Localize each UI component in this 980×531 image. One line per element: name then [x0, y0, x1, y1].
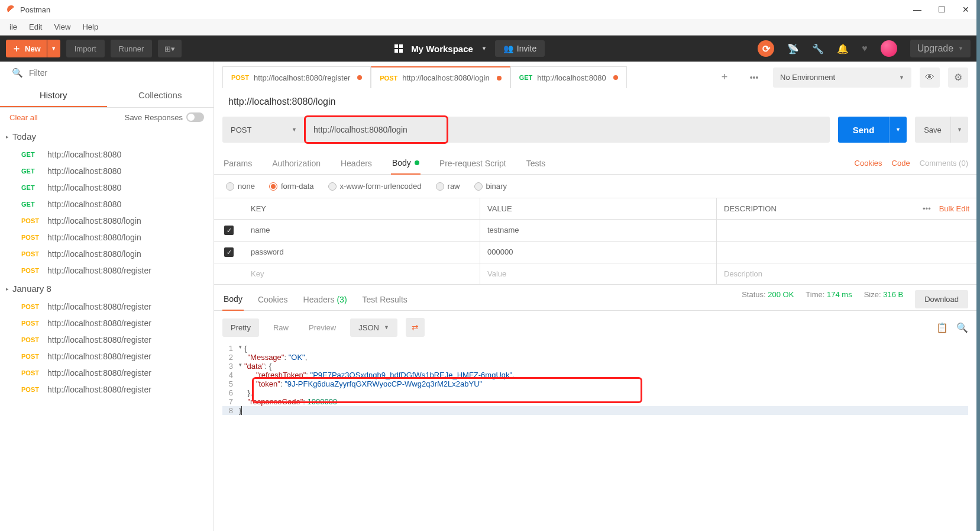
code-link[interactable]: Code	[892, 159, 910, 168]
row-checkbox[interactable]: ✓	[224, 247, 234, 257]
response-body[interactable]: 1▾{ 2 "Message": "OK", 3▾"data": { 4 "re…	[214, 344, 976, 423]
history-item[interactable]: POSThttp://localhost:8080/register	[0, 365, 214, 381]
copy-icon[interactable]: 📋	[936, 322, 948, 333]
col-description: DESCRIPTION	[724, 204, 777, 213]
resp-refreshtoken: "P9E7Paz3OSxdnqh9_hdfDGfWs1bREJe_HMFZ-6m…	[311, 371, 513, 379]
subtab-headers[interactable]: Headers	[339, 153, 373, 174]
request-tab[interactable]: POSThttp://localhost:8080/login	[371, 66, 510, 88]
runner-button[interactable]: Runner	[111, 40, 153, 57]
filter-input[interactable]	[29, 68, 202, 78]
bodytype-formdata[interactable]: form-data	[269, 182, 314, 191]
resp-tab-headers[interactable]: Headers (3)	[302, 289, 348, 310]
download-button[interactable]: Download	[915, 290, 968, 308]
send-dropdown[interactable]: ▼	[889, 117, 907, 143]
menu-edit[interactable]: Edit	[24, 21, 47, 33]
history-item[interactable]: POSThttp://localhost:8080/register	[0, 262, 214, 279]
menu-view[interactable]: View	[49, 21, 75, 33]
window-close[interactable]: ✕	[962, 5, 969, 14]
satellite-icon[interactable]: 📡	[787, 43, 799, 54]
new-dropdown[interactable]: ▼	[47, 40, 60, 57]
subtab-tests[interactable]: Tests	[525, 153, 547, 174]
wrap-lines-icon[interactable]: ⇄	[406, 318, 425, 337]
table-row: ✓password000000	[214, 242, 976, 263]
bell-icon[interactable]: 🔔	[837, 43, 849, 54]
save-button[interactable]: Save	[915, 117, 950, 143]
save-responses-toggle[interactable]	[186, 112, 204, 122]
workspace-name[interactable]: My Workspace	[411, 44, 473, 54]
row-desc[interactable]	[717, 242, 976, 263]
format-select[interactable]: JSON▼	[350, 318, 397, 337]
history-item[interactable]: POSThttp://localhost:8080/register	[0, 332, 214, 348]
history-item[interactable]: GEThttp://localhost:8080	[0, 196, 214, 213]
add-tab-button[interactable]: +	[714, 71, 735, 83]
row-key[interactable]: name	[244, 220, 480, 241]
comments-link[interactable]: Comments (0)	[920, 159, 968, 168]
heart-icon[interactable]: ♥	[862, 43, 868, 54]
history-item[interactable]: POSThttp://localhost:8080/register	[0, 348, 214, 365]
history-item[interactable]: POSThttp://localhost:8080/login	[0, 246, 214, 262]
row-desc[interactable]	[717, 220, 976, 241]
row-checkbox[interactable]: ✓	[224, 226, 234, 235]
cookies-link[interactable]: Cookies	[855, 159, 882, 168]
mode-raw[interactable]: Raw	[267, 318, 295, 337]
history-item[interactable]: GEThttp://localhost:8080	[0, 146, 214, 163]
bodytype-urlencoded[interactable]: x-www-form-urlencoded	[328, 182, 422, 191]
request-tab[interactable]: POSThttp://localhost:8080/register	[222, 66, 371, 88]
method-select[interactable]: POST▼	[222, 117, 305, 143]
row-value[interactable]: testname	[480, 220, 717, 241]
import-button[interactable]: Import	[66, 40, 105, 57]
settings-icon[interactable]: ⚙	[948, 67, 968, 88]
subtab-body[interactable]: Body	[391, 152, 421, 175]
history-item[interactable]: GEThttp://localhost:8080	[0, 163, 214, 179]
new-button[interactable]: ＋New	[6, 40, 47, 57]
tab-history[interactable]: History	[0, 84, 107, 107]
search-response-icon[interactable]: 🔍	[956, 322, 968, 333]
history-item[interactable]: POSThttp://localhost:8080/register	[0, 381, 214, 398]
environment-select[interactable]: No Environment▼	[773, 67, 911, 88]
save-dropdown[interactable]: ▼	[950, 117, 968, 143]
resp-tab-body[interactable]: Body	[222, 288, 244, 311]
key-placeholder[interactable]: Key	[244, 263, 480, 284]
history-item[interactable]: GEThttp://localhost:8080	[0, 179, 214, 196]
workspace-dropdown[interactable]: ▼	[481, 46, 487, 52]
row-key[interactable]: password	[244, 242, 480, 263]
row-value[interactable]: 000000	[480, 242, 717, 263]
wrench-icon[interactable]: 🔧	[812, 43, 824, 54]
capture-button[interactable]: ⊞▾	[158, 40, 182, 57]
history-item[interactable]: POSThttp://localhost:8080/register	[0, 315, 214, 332]
window-minimize[interactable]: —	[913, 5, 921, 14]
request-tab[interactable]: GEThttp://localhost:8080	[510, 66, 627, 88]
window-maximize[interactable]: ☐	[938, 5, 946, 14]
menu-file[interactable]: ile	[5, 21, 22, 33]
clear-all-link[interactable]: Clear all	[9, 113, 38, 122]
environment-preview-icon[interactable]: 👁	[920, 67, 940, 88]
send-button[interactable]: Send	[838, 117, 889, 143]
bodytype-binary[interactable]: binary	[474, 182, 507, 191]
history-item[interactable]: POSThttp://localhost:8080/register	[0, 298, 214, 315]
subtab-params[interactable]: Params	[222, 153, 253, 174]
desc-placeholder[interactable]: Description	[717, 263, 976, 284]
tab-collections[interactable]: Collections	[107, 84, 214, 107]
avatar[interactable]	[881, 40, 897, 57]
history-item[interactable]: POSThttp://localhost:8080/login	[0, 229, 214, 246]
mode-preview[interactable]: Preview	[303, 318, 342, 337]
bodytype-raw[interactable]: raw	[436, 182, 460, 191]
subtab-authorization[interactable]: Authorization	[271, 153, 322, 174]
upgrade-button[interactable]: Upgrade▼	[910, 40, 971, 57]
history-date-header[interactable]: ▸ Today	[0, 127, 214, 146]
subtab-prerequest[interactable]: Pre-request Script	[438, 153, 507, 174]
value-placeholder[interactable]: Value	[480, 263, 717, 284]
sync-icon[interactable]: ⟳	[758, 40, 774, 57]
tab-options-button[interactable]: •••	[743, 73, 765, 82]
bodytype-none[interactable]: none	[226, 182, 255, 191]
invite-button[interactable]: 👥Invite	[495, 40, 545, 57]
bulk-edit-link[interactable]: Bulk Edit	[939, 204, 969, 213]
col-value: VALUE	[480, 198, 717, 219]
history-date-header[interactable]: ▸ January 8	[0, 279, 214, 298]
url-highlight-annotation	[304, 115, 448, 144]
mode-pretty[interactable]: Pretty	[222, 318, 259, 337]
history-item[interactable]: POSThttp://localhost:8080/login	[0, 213, 214, 229]
resp-tab-cookies[interactable]: Cookies	[257, 289, 289, 310]
menu-help[interactable]: Help	[77, 21, 103, 33]
resp-tab-tests[interactable]: Test Results	[361, 289, 409, 310]
